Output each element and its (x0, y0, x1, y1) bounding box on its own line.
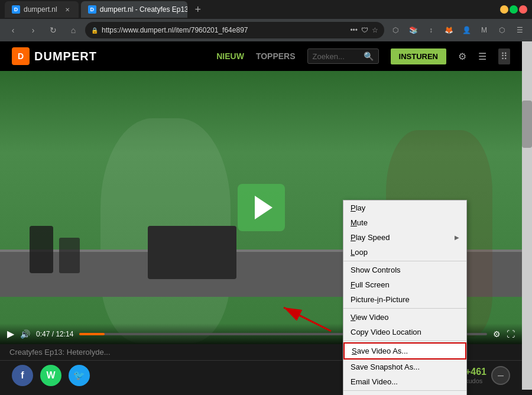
play-speed-arrow-icon: ▶ (455, 234, 459, 241)
site-header: D DUMPERT NIEUW TOPPERS Zoeken... 🔍 INST… (0, 41, 522, 71)
logo-text: DUMPERT (34, 50, 97, 63)
social-icons: f W 🐦 (12, 365, 90, 386)
menu-item-email-video[interactable]: Email Video... (343, 374, 466, 389)
menu-item-save-video-as[interactable]: Save Video As... (343, 342, 466, 360)
menu-item-view-video[interactable]: View Video (343, 310, 466, 325)
search-icon[interactable]: 🔍 (364, 51, 374, 61)
play-button-overlay[interactable] (238, 184, 285, 231)
nav-toppers[interactable]: TOPPERS (256, 51, 296, 61)
search-placeholder: Zoeken... (313, 52, 360, 61)
menu-item-play-speed[interactable]: Play Speed ▶ (343, 230, 466, 245)
settings-icon[interactable]: ⚙ (458, 51, 466, 62)
menu-divider-3 (343, 341, 466, 341)
video-title-text: Creatyfes Ep13: Heterolyde... (9, 348, 111, 357)
current-time: 0:47 / 12:14 (36, 330, 73, 338)
tab-dumpert-video[interactable]: D dumpert.nl - Creatyfes Ep13: M ✕ (81, 1, 187, 18)
scrollbar[interactable] (522, 41, 532, 390)
lock-icon: 🔒 (91, 27, 98, 34)
kudos-label: kudos (465, 377, 486, 384)
kudos-minus-button[interactable]: – (491, 366, 510, 385)
menu-view-video-label: View Video (351, 313, 389, 322)
menu-divider-1 (343, 261, 466, 261)
fox-icon[interactable]: 🦊 (441, 22, 456, 38)
home-button[interactable]: ⌂ (65, 22, 82, 38)
menu-show-controls-label: Show Controls (351, 266, 401, 274)
arrow-svg (272, 302, 343, 337)
menu-copy-video-label: Copy Video Location (351, 328, 421, 336)
tab-label-1: dumpert.nl (24, 5, 57, 14)
refresh-button[interactable]: ↻ (45, 22, 61, 38)
title-bar: D dumpert.nl ✕ D dumpert.nl - Creatyfes … (0, 0, 532, 19)
nav-nieuw[interactable]: NIEUW (216, 51, 244, 61)
maximize-button[interactable] (510, 5, 518, 14)
nav-icons: ⬡ 📚 ↕ 🦊 👤 M ⬡ ☰ (388, 22, 527, 38)
tab-dumpert-home[interactable]: D dumpert.nl ✕ (5, 1, 79, 18)
main-content: D DUMPERT NIEUW TOPPERS Zoeken... 🔍 INST… (0, 41, 522, 390)
forward-button[interactable]: › (25, 22, 41, 38)
favicon-tab1: D (12, 5, 20, 14)
tab-close-1[interactable]: ✕ (63, 5, 72, 14)
play-triangle-icon (255, 196, 273, 219)
addon1-icon[interactable]: M (476, 22, 492, 38)
facebook-share-button[interactable]: f (12, 365, 33, 386)
back-button[interactable]: ‹ (5, 22, 21, 38)
nav-bar: ‹ › ↻ ⌂ 🔒 https://www.dumpert.nl/item/79… (0, 19, 532, 41)
grid-icon[interactable]: ⠿ (498, 48, 510, 64)
context-menu: Play Mute Play Speed ▶ Loop Show Control… (343, 200, 467, 395)
url-text: https://www.dumpert.nl/item/7960201_f64e… (102, 26, 346, 34)
whatsapp-share-button[interactable]: W (40, 365, 61, 386)
menu-item-copy-video-location[interactable]: Copy Video Location (343, 325, 466, 339)
menu-save-snapshot-label: Save Snapshot As... (351, 362, 420, 371)
address-bar[interactable]: 🔒 https://www.dumpert.nl/item/7960201_f6… (85, 22, 384, 38)
menu-icon[interactable]: ☰ (512, 22, 527, 38)
menu-play-label: Play (351, 203, 365, 212)
sync-icon[interactable]: ↕ (423, 22, 439, 38)
menu-divider-2 (343, 308, 466, 309)
menu-mute-label: Mute (351, 218, 368, 227)
menu-save-video-label: Save Video As... (352, 347, 408, 355)
password-icon[interactable]: 👤 (459, 22, 474, 38)
browser-window: D dumpert.nl ✕ D dumpert.nl - Creatyfes … (0, 0, 532, 41)
window-controls (500, 5, 527, 14)
tab-label-2: dumpert.nl - Creatyfes Ep13: M (100, 5, 187, 14)
menu-pip-label: Picture-in-Picture (351, 295, 410, 304)
menu-item-play[interactable]: Play (343, 200, 466, 215)
page-layout: D DUMPERT NIEUW TOPPERS Zoeken... 🔍 INST… (0, 41, 532, 390)
more-icon: ••• (350, 26, 358, 34)
hamburger-menu-icon[interactable]: ☰ (478, 51, 486, 62)
extensions-icon[interactable]: ⬡ (388, 22, 403, 38)
new-tab-button[interactable]: + (190, 1, 206, 18)
play-pause-button[interactable]: ▶ (7, 328, 14, 339)
menu-full-screen-label: Full Screen (351, 280, 390, 289)
menu-item-full-screen[interactable]: Full Screen (343, 277, 466, 292)
scrollbar-thumb[interactable] (522, 101, 532, 148)
close-button[interactable] (519, 5, 527, 14)
menu-item-save-snapshot-as[interactable]: Save Snapshot As... (343, 360, 466, 374)
kudos-count: +461 (465, 367, 486, 377)
menu-item-pip[interactable]: Picture-in-Picture (343, 292, 466, 307)
minimize-button[interactable] (500, 5, 508, 14)
insturen-button[interactable]: INSTUREN (391, 48, 446, 64)
site-logo: D DUMPERT (12, 47, 97, 65)
progress-fill (79, 333, 105, 335)
menu-item-show-controls[interactable]: Show Controls (343, 263, 466, 277)
video-wrapper: ▶ 🔊 0:47 / 12:14 ⚙ ⛶ Play (0, 71, 522, 344)
menu-item-mute[interactable]: Mute (343, 215, 466, 230)
menu-item-inspect-accessibility[interactable]: Inspect Accessibility Properties (343, 392, 466, 395)
fullscreen-icon[interactable]: ⛶ (507, 329, 515, 339)
volume-icon[interactable]: 🔊 (20, 329, 30, 339)
favicon-tab2: D (88, 5, 96, 14)
video-settings-icon[interactable]: ⚙ (493, 329, 501, 339)
menu-divider-4 (343, 390, 466, 391)
search-box[interactable]: Zoeken... 🔍 (307, 48, 379, 64)
twitter-share-button[interactable]: 🐦 (69, 365, 90, 386)
menu-loop-label: Loop (351, 248, 368, 257)
addon2-icon[interactable]: ⬡ (494, 22, 510, 38)
shield-icon: 🛡 (361, 26, 368, 34)
arrow-annotation (272, 302, 343, 339)
bookmark-icon[interactable]: ☆ (372, 26, 378, 34)
logo-icon: D (12, 47, 30, 65)
menu-play-speed-label: Play Speed (351, 233, 390, 242)
bookmarks-icon[interactable]: 📚 (406, 22, 421, 38)
menu-item-loop[interactable]: Loop (343, 245, 466, 260)
